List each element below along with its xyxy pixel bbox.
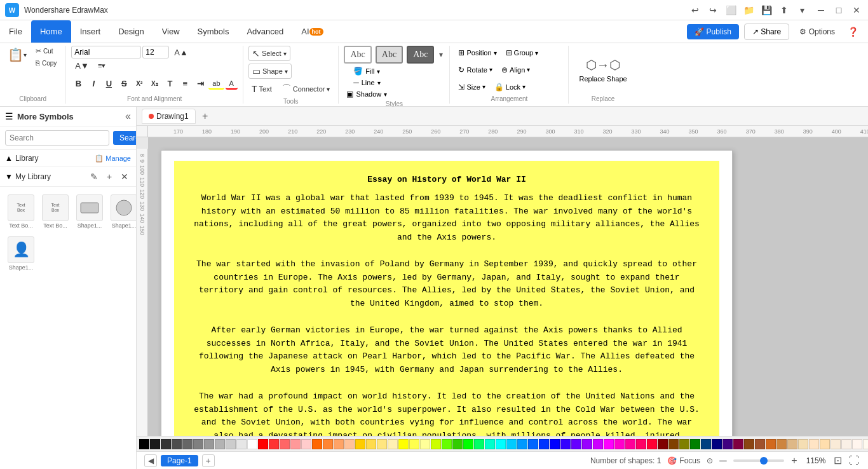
drawing-tab[interactable]: Drawing1 bbox=[142, 109, 196, 124]
color-swatch[interactable] bbox=[560, 439, 571, 449]
share-btn[interactable]: ↗ Share bbox=[744, 24, 789, 40]
color-swatch[interactable] bbox=[258, 439, 268, 449]
canvas-scroll-area[interactable]: Essay on History of World War II World W… bbox=[148, 137, 868, 436]
font-size-input[interactable] bbox=[142, 46, 169, 58]
highlight-btn[interactable]: ab bbox=[208, 78, 224, 90]
color-swatch[interactable] bbox=[852, 439, 862, 449]
align-btn[interactable]: ≡▾ bbox=[94, 60, 109, 71]
underline-btn[interactable]: U bbox=[102, 77, 116, 91]
color-swatch[interactable] bbox=[571, 439, 581, 449]
options-btn[interactable]: ⚙ Options bbox=[794, 24, 840, 39]
color-swatch[interactable] bbox=[582, 439, 592, 449]
menu-home[interactable]: Home bbox=[31, 20, 71, 43]
save-btn[interactable]: 💾 bbox=[759, 3, 774, 18]
my-library-edit-btn[interactable]: ✎ bbox=[88, 170, 100, 183]
color-swatch[interactable] bbox=[658, 439, 668, 449]
style-abc1-btn[interactable]: Abc bbox=[344, 46, 371, 64]
color-swatch[interactable] bbox=[766, 439, 776, 449]
color-swatch[interactable] bbox=[820, 439, 830, 449]
color-swatch[interactable] bbox=[420, 439, 430, 449]
color-swatch[interactable] bbox=[398, 439, 409, 449]
color-swatch[interactable] bbox=[733, 439, 743, 449]
color-swatch[interactable] bbox=[841, 439, 851, 449]
lock-btn[interactable]: 🔒 Lock ▾ bbox=[491, 81, 529, 93]
paste-btn[interactable]: 📋▾ bbox=[5, 46, 29, 64]
color-swatch[interactable] bbox=[442, 439, 452, 449]
color-swatch[interactable] bbox=[712, 439, 722, 449]
color-swatch[interactable] bbox=[474, 439, 484, 449]
bold-btn[interactable]: B bbox=[71, 77, 85, 91]
color-swatch[interactable] bbox=[344, 439, 355, 449]
color-swatch[interactable] bbox=[809, 439, 819, 449]
color-swatch[interactable] bbox=[528, 439, 538, 449]
color-swatch[interactable] bbox=[485, 439, 495, 449]
menu-ai[interactable]: AI hot bbox=[292, 20, 332, 43]
color-swatch[interactable] bbox=[236, 439, 247, 449]
indent-btn[interactable]: ⇥ bbox=[193, 77, 207, 91]
line-btn[interactable]: ─ Line ▾ bbox=[351, 78, 383, 88]
color-swatch[interactable] bbox=[539, 439, 549, 449]
subscript-btn[interactable]: X₂ bbox=[147, 77, 161, 91]
color-swatch[interactable] bbox=[604, 439, 614, 449]
shape-item-shape3[interactable]: 👤 Shape1... bbox=[5, 234, 37, 273]
connector-btn[interactable]: ⌒ Connector ▾ bbox=[279, 81, 334, 97]
color-swatch[interactable] bbox=[506, 439, 517, 449]
rotate-btn[interactable]: ↻ Rotate ▾ bbox=[455, 64, 495, 76]
color-swatch[interactable] bbox=[355, 439, 365, 449]
color-swatch[interactable] bbox=[863, 439, 868, 449]
color-swatch[interactable] bbox=[366, 439, 376, 449]
color-swatch[interactable] bbox=[161, 439, 171, 449]
font-name-input[interactable] bbox=[71, 46, 141, 58]
color-swatch[interactable] bbox=[755, 439, 765, 449]
color-swatch[interactable] bbox=[377, 439, 387, 449]
color-swatch[interactable] bbox=[593, 439, 603, 449]
redo-btn[interactable]: ↪ bbox=[705, 3, 721, 18]
copy-btn[interactable]: ⎘ Copy bbox=[32, 58, 60, 68]
color-swatch[interactable] bbox=[269, 439, 279, 449]
color-swatch[interactable] bbox=[636, 439, 646, 449]
open-btn[interactable]: 📁 bbox=[741, 3, 756, 18]
color-swatch[interactable] bbox=[744, 439, 754, 449]
current-page-tab[interactable]: Page-1 bbox=[161, 455, 198, 466]
color-swatch[interactable] bbox=[787, 439, 797, 449]
color-swatch[interactable] bbox=[647, 439, 657, 449]
style-abc3-btn[interactable]: Abc bbox=[407, 46, 434, 64]
new-btn[interactable]: ⬜ bbox=[723, 3, 738, 18]
maximize-btn[interactable]: □ bbox=[832, 4, 845, 17]
menu-design[interactable]: Design bbox=[109, 20, 153, 43]
more-btn[interactable]: ▾ bbox=[794, 3, 810, 18]
export-btn[interactable]: ⬆ bbox=[776, 3, 792, 18]
color-swatch[interactable] bbox=[496, 439, 506, 449]
shadow-btn[interactable]: ▣ Shadow ▾ bbox=[344, 89, 390, 99]
size-btn[interactable]: ⇲ Size ▾ bbox=[455, 81, 488, 93]
my-library-close-btn[interactable]: ✕ bbox=[118, 170, 131, 183]
group-btn[interactable]: ⊟ Group ▾ bbox=[503, 47, 542, 58]
search-input[interactable] bbox=[5, 130, 109, 146]
color-swatch[interactable] bbox=[301, 439, 311, 449]
zoom-in-btn[interactable]: + bbox=[788, 454, 801, 467]
font-color-btn[interactable]: A bbox=[226, 78, 238, 90]
prev-page-btn[interactable]: ◀ bbox=[144, 454, 157, 467]
color-swatch[interactable] bbox=[668, 439, 679, 449]
color-swatch[interactable] bbox=[690, 439, 700, 449]
replace-shape-btn[interactable]: ⬡→⬡ Replace Shape bbox=[574, 55, 632, 85]
italic-btn[interactable]: I bbox=[86, 77, 100, 91]
color-swatch[interactable] bbox=[517, 439, 527, 449]
zoom-out-btn[interactable]: ─ bbox=[717, 454, 729, 467]
menu-symbols[interactable]: Symbols bbox=[189, 20, 238, 43]
library-header[interactable]: ▲ Library 📋 Manage bbox=[0, 150, 136, 167]
color-swatch[interactable] bbox=[798, 439, 808, 449]
zoom-slider[interactable] bbox=[733, 459, 784, 462]
shape-btn[interactable]: ▭ Shape ▾ bbox=[248, 64, 292, 79]
undo-btn[interactable]: ↩ bbox=[688, 3, 703, 18]
essay-text-box[interactable]: Essay on History of World War II World W… bbox=[174, 161, 719, 436]
strikethrough-btn[interactable]: S bbox=[117, 77, 131, 91]
shape-item-shape1[interactable]: Shape1... bbox=[74, 192, 105, 231]
publish-btn[interactable]: 🚀 Publish bbox=[687, 24, 739, 39]
color-swatch[interactable] bbox=[172, 439, 182, 449]
fullscreen-btn[interactable]: ⛶ bbox=[848, 454, 860, 467]
minimize-btn[interactable]: ─ bbox=[815, 4, 827, 17]
font-decrease-btn[interactable]: A▼ bbox=[71, 60, 93, 72]
menu-advanced[interactable]: Advanced bbox=[238, 20, 292, 43]
color-swatch[interactable] bbox=[463, 439, 473, 449]
